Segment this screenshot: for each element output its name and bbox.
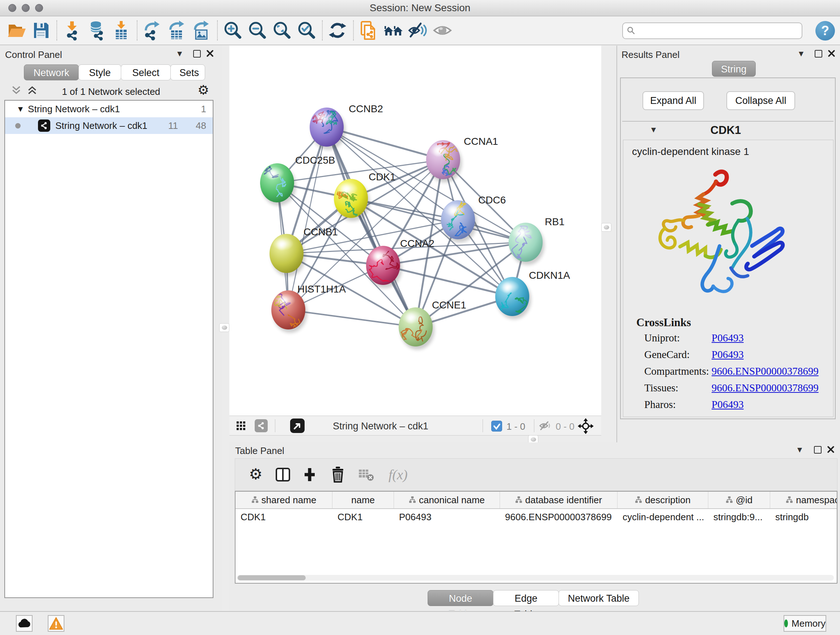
toolbar-separator — [137, 20, 137, 41]
zoom-fit-icon[interactable] — [271, 20, 292, 41]
collection-expand-icon[interactable]: ▼ — [18, 105, 23, 112]
table-tabs: Node Table Edge Table Network Table — [428, 590, 638, 606]
table-panel-menu-icon[interactable]: ▼ — [797, 446, 802, 453]
column-header-label: canonical name — [419, 494, 485, 506]
network-edge[interactable] — [288, 310, 416, 327]
help-button[interactable]: ? — [815, 21, 835, 41]
network-collection-row[interactable]: ▼ String Network – cdk1 1 — [5, 101, 213, 117]
shared-column-icon — [635, 494, 642, 506]
tab-string[interactable]: String — [712, 61, 756, 77]
expand-all-button[interactable]: Expand All — [643, 91, 704, 110]
table-row[interactable]: CDK1CDK1P064939606.ENSP00000378699cyclin… — [235, 509, 837, 525]
open-file-icon[interactable] — [6, 20, 27, 41]
gene-expand-icon[interactable]: ▼ — [651, 126, 656, 133]
collapse-all-button[interactable]: Collapse All — [726, 91, 795, 110]
detach-view-icon[interactable] — [290, 418, 305, 433]
results-panel-close-icon[interactable] — [828, 50, 835, 57]
table-cell[interactable]: cyclin-dependent ... — [617, 509, 708, 525]
crosslink-link[interactable]: P06493 — [712, 332, 744, 344]
hide-selected-icon[interactable] — [407, 20, 428, 41]
table-cell[interactable]: CDK1 — [235, 509, 332, 525]
delete-table-icon[interactable] — [358, 468, 375, 482]
grid-view-icon[interactable] — [237, 421, 246, 431]
update-icon[interactable] — [327, 20, 348, 41]
crosslink-link[interactable]: P06493 — [712, 348, 744, 361]
clone-network-icon[interactable] — [358, 20, 379, 41]
crosslink-link[interactable]: 9606.ENSP00000378699 — [712, 382, 819, 394]
crosslink-link[interactable]: P06493 — [712, 399, 744, 410]
search-field[interactable] — [622, 22, 802, 39]
selected-indicator-checkbox[interactable] — [491, 421, 502, 432]
results-panel-float-icon[interactable] — [815, 50, 822, 57]
tab-style[interactable]: Style — [79, 65, 121, 80]
node-table[interactable]: shared namenamecanonical namedatabase id… — [235, 491, 837, 584]
column-header-canonical-name[interactable]: canonical name — [394, 492, 500, 508]
column-header-description[interactable]: description — [617, 492, 708, 508]
table-settings-gear-icon[interactable]: ⚙ — [249, 465, 263, 483]
network-row[interactable]: String Network – cdk1 11 48 — [5, 117, 213, 134]
column-header-name[interactable]: name — [332, 492, 394, 508]
create-column-icon[interactable] — [302, 467, 317, 483]
tab-sets[interactable]: Sets — [171, 65, 205, 80]
show-columns-icon[interactable] — [275, 467, 291, 483]
network-view-icon[interactable] — [255, 419, 268, 432]
show-all-icon[interactable] — [432, 20, 453, 41]
tab-select[interactable]: Select — [121, 65, 171, 80]
delete-column-icon[interactable] — [330, 466, 346, 483]
function-builder-icon[interactable]: f(x) — [388, 467, 408, 483]
crosslink-label: GeneCard: — [644, 348, 690, 361]
search-input[interactable] — [636, 25, 802, 37]
column-header--id[interactable]: @id — [708, 492, 770, 508]
control-panel-menu-icon[interactable]: ▼ — [177, 50, 182, 57]
network-edge[interactable] — [327, 127, 416, 327]
table-cell[interactable]: P06493 — [394, 509, 500, 525]
crosslink-link[interactable]: 9606.ENSP00000378699 — [712, 365, 819, 377]
save-session-icon[interactable] — [30, 20, 51, 41]
export-network-icon[interactable] — [142, 20, 163, 41]
selected-counts: 1 - 0 — [507, 421, 525, 432]
task-history-button[interactable] — [16, 615, 33, 632]
import-network-icon[interactable] — [62, 20, 82, 41]
toolbar-separator — [217, 20, 218, 41]
horizontal-scrollbar[interactable] — [237, 575, 834, 581]
right-splitter-handle[interactable] — [601, 223, 611, 232]
first-neighbors-icon[interactable] — [383, 20, 404, 41]
export-image-icon[interactable] — [191, 20, 212, 41]
import-table-icon[interactable] — [111, 20, 132, 41]
zoom-selected-icon[interactable] — [296, 20, 317, 41]
pan-crosshair-icon[interactable] — [577, 418, 594, 434]
results-panel-menu-icon[interactable]: ▼ — [799, 50, 804, 57]
column-header-database-identifier[interactable]: database identifier — [500, 492, 617, 508]
export-table-icon[interactable] — [166, 20, 187, 41]
tab-network-table[interactable]: Network Table — [559, 590, 639, 606]
node-gloss — [444, 203, 465, 217]
column-header-namespace[interactable]: namespace — [770, 492, 837, 508]
zoom-out-icon[interactable] — [247, 20, 268, 41]
import-network-from-database-icon[interactable] — [86, 20, 107, 41]
gene-details-box: cyclin-dependent kinase 1 — [623, 140, 834, 417]
table-panel-float-icon[interactable] — [814, 446, 821, 454]
column-header-shared-name[interactable]: shared name — [235, 492, 332, 508]
network-node-label: CCNA1 — [464, 136, 498, 147]
network-node-count: 11 — [168, 120, 178, 131]
table-cell[interactable]: stringdb — [770, 509, 837, 525]
control-panel-float-icon[interactable] — [193, 50, 201, 57]
crosslink-label: Compartments: — [644, 365, 709, 377]
table-cell[interactable]: 9606.ENSP00000378699 — [500, 509, 617, 525]
network-options-gear-icon[interactable]: ⚙ — [197, 82, 209, 97]
left-splitter-handle[interactable] — [219, 323, 229, 332]
warnings-button[interactable] — [48, 615, 65, 632]
tab-network[interactable]: Network — [24, 65, 79, 80]
table-panel-close-icon[interactable] — [827, 446, 835, 453]
memory-button[interactable]: Memory — [783, 615, 826, 632]
crosslink-row: Uniprot:P06493 — [623, 332, 833, 348]
network-canvas[interactable]: CCNB2CCNA1CDC25BCDK1CDC6RB1CCNB1CCNA2CDK… — [229, 46, 601, 416]
scrollbar-thumb[interactable] — [238, 575, 306, 580]
tab-edge-table[interactable]: Edge Table — [493, 590, 559, 606]
zoom-in-icon[interactable] — [222, 20, 243, 41]
table-cell[interactable]: stringdb:9... — [708, 509, 770, 525]
tab-node-table[interactable]: Node Table — [428, 590, 493, 606]
control-panel-close-icon[interactable] — [206, 50, 214, 57]
table-cell[interactable]: CDK1 — [332, 509, 394, 525]
hidden-indicator-eye-icon[interactable] — [539, 420, 552, 431]
